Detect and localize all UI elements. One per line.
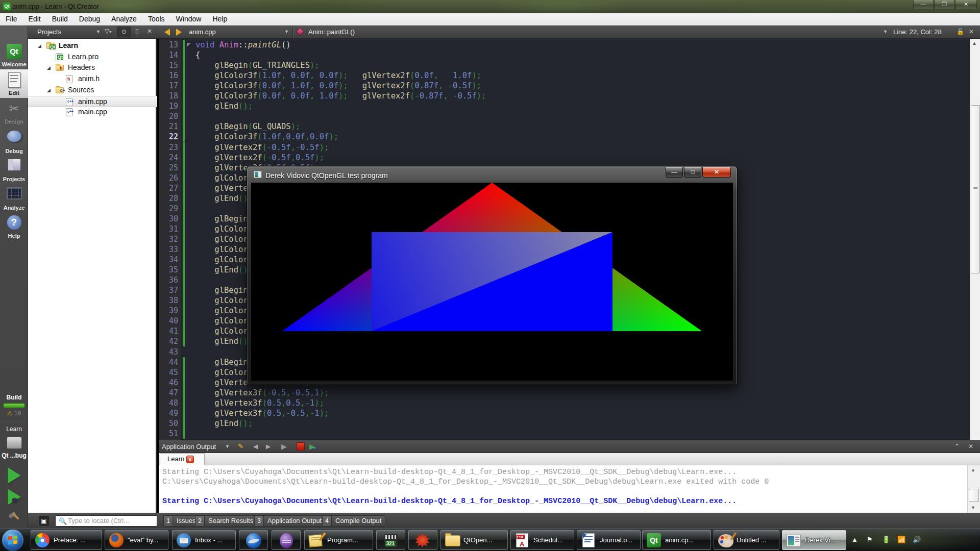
close-output-icon[interactable]: ✕ bbox=[968, 443, 973, 450]
projects-dropdown-icon[interactable]: ▼ bbox=[96, 29, 101, 34]
window-maximize-button[interactable]: ❐ bbox=[934, 0, 954, 10]
previous-item-icon[interactable]: ◀ bbox=[253, 443, 258, 450]
gl-minimize-button[interactable]: — bbox=[666, 167, 683, 178]
locator-input[interactable]: 🔍 Type to locate (Ctrl... bbox=[55, 515, 157, 527]
mode-welcome[interactable]: QtWelcome bbox=[0, 41, 28, 69]
mode-help[interactable]: ?Help bbox=[0, 212, 28, 241]
tree-item-anim-cpp[interactable]: c++anim.cpp bbox=[28, 96, 157, 107]
taskbar-firefox[interactable]: "eval" by... bbox=[105, 530, 168, 550]
taskbar-mathematica[interactable] bbox=[408, 530, 437, 550]
taskbar-thunderbird[interactable]: Inbox - ... bbox=[172, 530, 236, 550]
expander-icon[interactable] bbox=[47, 89, 51, 92]
taskbar-journal[interactable]: Journal.o... bbox=[577, 530, 641, 550]
next-item-icon[interactable]: ▶ bbox=[266, 443, 271, 450]
expander-icon[interactable] bbox=[38, 44, 41, 48]
filter-output-icon[interactable]: ✎ bbox=[238, 442, 243, 450]
tree-item-learn[interactable]: QtLearn bbox=[28, 40, 157, 52]
volume-icon[interactable]: 🔊 bbox=[913, 536, 921, 543]
tree-item-sources[interactable]: C+Sources bbox=[28, 85, 157, 96]
mode-edit[interactable]: Edit bbox=[0, 69, 28, 98]
menu-file[interactable]: File bbox=[0, 13, 23, 26]
taskbar-label: Program... bbox=[327, 536, 358, 544]
gl-maximize-button[interactable]: □ bbox=[684, 167, 701, 178]
console-scrollbar[interactable]: ▲ ▼ bbox=[967, 465, 980, 513]
menu-debug[interactable]: Debug bbox=[74, 13, 106, 26]
taskbar-notepad[interactable]: Program... bbox=[304, 530, 373, 550]
tree-item-label: anim.h bbox=[78, 74, 100, 83]
tree-item-label: Sources bbox=[68, 86, 94, 94]
mode-design[interactable]: ✂Design bbox=[0, 98, 28, 127]
window-close-button[interactable]: ✕ bbox=[955, 0, 977, 10]
sidebar-toggle-icon[interactable]: ▣ bbox=[38, 515, 50, 527]
filter-icon[interactable]: ▽▾ bbox=[105, 28, 111, 35]
kit-selector-icon[interactable] bbox=[7, 437, 22, 449]
taskbar-film[interactable]: 321 bbox=[376, 530, 405, 550]
back-icon[interactable] bbox=[164, 29, 170, 36]
purple-icon bbox=[279, 533, 294, 548]
run-output-icon[interactable]: ▶● bbox=[309, 442, 315, 450]
editor-scrollbar[interactable]: ▲ bbox=[970, 39, 980, 440]
symbol-name[interactable]: Anim::paintGL() bbox=[308, 28, 355, 36]
close-editor-icon[interactable]: ✕ bbox=[969, 28, 974, 35]
power-icon[interactable]: 🔋 bbox=[882, 536, 890, 543]
run-button[interactable] bbox=[8, 467, 21, 484]
tree-item-anim-h[interactable]: hanim.h bbox=[28, 73, 157, 85]
split-icon[interactable]: ▯ bbox=[135, 28, 139, 35]
output-dropdown-icon[interactable]: ▼ bbox=[225, 444, 230, 449]
output-pane-button-search-results[interactable]: 2Search Results bbox=[195, 515, 257, 527]
gl-close-button[interactable]: ✕ bbox=[702, 167, 731, 178]
warning-icon[interactable]: ⚠ bbox=[7, 410, 13, 417]
output-pane-title[interactable]: Application Output bbox=[162, 443, 216, 450]
output-pane-button-compile-output[interactable]: 4Compile Output bbox=[322, 515, 385, 527]
mode-debug[interactable]: Debug bbox=[0, 127, 28, 155]
start-button[interactable] bbox=[2, 530, 23, 551]
taskbar-pdf[interactable]: PDFASchedul... bbox=[510, 530, 574, 550]
menu-tools[interactable]: Tools bbox=[142, 13, 170, 26]
document-dropdown-icon[interactable]: ▼ bbox=[284, 29, 289, 34]
menu-window[interactable]: Window bbox=[170, 13, 207, 26]
expander-icon[interactable] bbox=[47, 66, 51, 70]
editor-pane-dropdown-icon[interactable]: ▼ bbox=[883, 29, 888, 34]
console-output[interactable]: Starting C:\Users\Cuyahoga\Documents\Qt\… bbox=[159, 465, 967, 513]
tree-item-label: anim.cpp bbox=[78, 97, 107, 106]
editor-scrollbar-thumb[interactable] bbox=[971, 105, 980, 273]
mode-projects[interactable]: Projects bbox=[0, 155, 28, 184]
taskbar-qtcreator[interactable]: Qtanim.cp... bbox=[642, 530, 711, 550]
output-pane-button-application-output[interactable]: 3Application Output bbox=[254, 515, 326, 527]
taskbar-folder[interactable]: QtOpen... bbox=[440, 530, 508, 550]
tree-item-learn-pro[interactable]: QtLearn.pro bbox=[28, 52, 157, 63]
stop-icon[interactable] bbox=[297, 442, 305, 450]
menu-help[interactable]: Help bbox=[207, 13, 233, 26]
sync-with-editor-icon[interactable]: ⊙ bbox=[117, 27, 131, 37]
taskbar-derek[interactable]: Derek Vi... bbox=[782, 530, 846, 550]
lock-icon[interactable]: 🔓 bbox=[957, 28, 964, 35]
output-tab-learn[interactable]: Learn x bbox=[160, 453, 205, 465]
scroll-up-icon[interactable]: ▲ bbox=[972, 40, 977, 46]
tray-expand-icon[interactable]: ▲ bbox=[851, 536, 858, 543]
taskbar-earth[interactable] bbox=[239, 530, 268, 550]
output-pane-button-issues[interactable]: 1Issues bbox=[163, 515, 200, 527]
window-minimize-button[interactable]: — bbox=[913, 0, 934, 10]
mode-bar: QtWelcomeEdit✂DesignDebugProjectsAnalyze… bbox=[0, 26, 28, 528]
tree-item-main-cpp[interactable]: c++main.cpp bbox=[28, 107, 157, 118]
collapse-pane-icon[interactable]: ⌃ bbox=[954, 443, 960, 450]
menu-analyze[interactable]: Analyze bbox=[106, 13, 142, 26]
editor-tab-filename[interactable]: anim.cpp bbox=[189, 28, 216, 36]
menu-build[interactable]: Build bbox=[46, 13, 74, 26]
build-button[interactable] bbox=[8, 511, 21, 524]
close-pane-icon[interactable]: ✕ bbox=[147, 28, 152, 35]
taskbar-purple[interactable] bbox=[272, 530, 301, 550]
taskbar-paint[interactable]: Untitled ... bbox=[714, 530, 779, 550]
rerun-icon[interactable]: ▶ bbox=[281, 442, 287, 450]
network-icon[interactable]: 📶 bbox=[897, 536, 905, 543]
action-center-icon[interactable]: ⚑ bbox=[867, 536, 873, 543]
tree-item-headers[interactable]: hHeaders bbox=[28, 62, 157, 73]
line-number: 16 bbox=[159, 70, 178, 81]
mode-analyze[interactable]: Analyze bbox=[0, 184, 28, 212]
debug-run-button[interactable] bbox=[8, 489, 21, 505]
close-tab-icon[interactable]: x bbox=[186, 456, 194, 463]
forward-icon[interactable] bbox=[176, 29, 182, 36]
menu-edit[interactable]: Edit bbox=[23, 13, 46, 26]
opengl-window[interactable]: Derek Vidovic QtOpenGL test program — □ … bbox=[247, 166, 737, 385]
taskbar-chrome[interactable]: Preface: ... bbox=[31, 530, 102, 550]
